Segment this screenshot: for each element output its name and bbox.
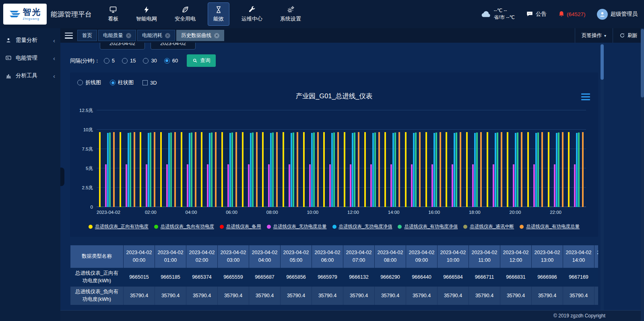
- interval-option-15[interactable]: 15: [122, 58, 136, 64]
- bar[interactable]: [489, 207, 490, 207]
- bar[interactable]: [533, 164, 535, 207]
- bar[interactable]: [390, 164, 392, 207]
- bar[interactable]: [392, 133, 394, 207]
- bar[interactable]: [252, 133, 254, 207]
- bar[interactable]: [107, 133, 109, 207]
- bar[interactable]: [495, 133, 496, 207]
- chart-type-option-line[interactable]: 折线图: [77, 79, 101, 86]
- page-scrollbar-thumb[interactable]: [641, 29, 644, 97]
- bar[interactable]: [109, 133, 111, 207]
- bar[interactable]: [466, 132, 468, 207]
- bar[interactable]: [427, 207, 429, 207]
- bar[interactable]: [344, 132, 345, 207]
- sidebar-item-energy-management[interactable]: 电能管理‹: [0, 49, 60, 67]
- bar[interactable]: [313, 133, 315, 207]
- bar[interactable]: [162, 207, 164, 207]
- bar[interactable]: [283, 132, 284, 207]
- bar[interactable]: [126, 164, 127, 207]
- bar[interactable]: [189, 133, 190, 207]
- refresh-button[interactable]: 刷新: [613, 28, 644, 43]
- tab-close-icon[interactable]: ×: [214, 33, 219, 38]
- bar[interactable]: [181, 132, 182, 207]
- nav-item-system-settings[interactable]: 系统设置: [275, 2, 307, 26]
- bar[interactable]: [311, 133, 313, 207]
- bar[interactable]: [264, 207, 266, 207]
- tab-history-data-curve[interactable]: 历史数据曲线×: [176, 30, 224, 41]
- bar[interactable]: [548, 132, 549, 207]
- bar[interactable]: [203, 207, 204, 207]
- content-scrollbar-thumb[interactable]: [601, 44, 604, 80]
- bar[interactable]: [350, 164, 351, 207]
- tab-operations-button[interactable]: 页签操作 ▾: [575, 28, 613, 43]
- bar[interactable]: [105, 164, 107, 207]
- query-button[interactable]: 查询: [187, 54, 216, 67]
- bar[interactable]: [201, 132, 202, 207]
- bar[interactable]: [134, 132, 135, 207]
- bar[interactable]: [411, 164, 413, 207]
- bar[interactable]: [354, 133, 355, 207]
- bar[interactable]: [268, 164, 270, 207]
- bar[interactable]: [384, 132, 386, 207]
- bar[interactable]: [460, 132, 461, 207]
- bar[interactable]: [554, 164, 555, 207]
- bar[interactable]: [436, 133, 437, 207]
- bar[interactable]: [454, 133, 455, 207]
- bar[interactable]: [448, 207, 449, 207]
- bar[interactable]: [242, 132, 244, 207]
- bar[interactable]: [394, 133, 396, 207]
- interval-option-5[interactable]: 5: [104, 58, 115, 64]
- bar[interactable]: [378, 132, 380, 207]
- bar[interactable]: [386, 207, 388, 207]
- bar[interactable]: [142, 207, 143, 207]
- bar[interactable]: [195, 132, 196, 207]
- bar[interactable]: [101, 207, 103, 207]
- bar[interactable]: [529, 207, 531, 207]
- bar[interactable]: [578, 133, 580, 207]
- legend-item[interactable]: 总进线仪表_无功电度总量: [267, 224, 327, 230]
- bar[interactable]: [120, 132, 121, 207]
- bar[interactable]: [227, 164, 229, 207]
- bar[interactable]: [476, 133, 478, 207]
- chart-type-option-3d[interactable]: 3D: [142, 80, 157, 86]
- bar[interactable]: [556, 133, 557, 207]
- bar[interactable]: [140, 132, 141, 207]
- bar[interactable]: [331, 133, 333, 207]
- bar[interactable]: [487, 132, 488, 207]
- bar[interactable]: [250, 133, 252, 207]
- bar[interactable]: [148, 133, 149, 207]
- bar[interactable]: [130, 133, 131, 207]
- sidebar-collapse-handle[interactable]: [60, 168, 64, 186]
- bar[interactable]: [366, 207, 368, 207]
- bar[interactable]: [231, 133, 233, 207]
- bar[interactable]: [291, 133, 292, 207]
- bar[interactable]: [558, 133, 559, 207]
- legend-item[interactable]: 总进线仪表_有功电度总量: [520, 224, 580, 230]
- bar[interactable]: [358, 132, 359, 207]
- start-date-input[interactable]: 2023-04-02: [100, 43, 145, 50]
- bar[interactable]: [419, 132, 421, 207]
- bar[interactable]: [407, 207, 409, 207]
- bar[interactable]: [570, 207, 572, 207]
- bar[interactable]: [513, 164, 514, 207]
- tab-power-quality[interactable]: 电能质量×: [98, 30, 136, 41]
- bar[interactable]: [276, 132, 278, 207]
- bar[interactable]: [168, 133, 170, 207]
- bar[interactable]: [472, 164, 474, 207]
- chart-export-menu-button[interactable]: [581, 93, 590, 100]
- bar[interactable]: [99, 132, 101, 207]
- bar[interactable]: [329, 164, 331, 207]
- bar[interactable]: [527, 132, 529, 207]
- bar[interactable]: [272, 133, 274, 207]
- bar[interactable]: [174, 132, 176, 207]
- bar[interactable]: [183, 207, 184, 207]
- legend-item[interactable]: 总进线仪表_备用: [220, 224, 261, 230]
- bar[interactable]: [372, 133, 374, 207]
- bar[interactable]: [191, 133, 192, 207]
- bar[interactable]: [413, 133, 415, 207]
- bar[interactable]: [170, 133, 172, 207]
- tab-home[interactable]: 首页: [77, 30, 97, 41]
- nav-item-ops-center[interactable]: 运维中心: [236, 2, 268, 26]
- bar[interactable]: [160, 132, 162, 207]
- bar[interactable]: [305, 207, 307, 207]
- bar[interactable]: [480, 132, 482, 207]
